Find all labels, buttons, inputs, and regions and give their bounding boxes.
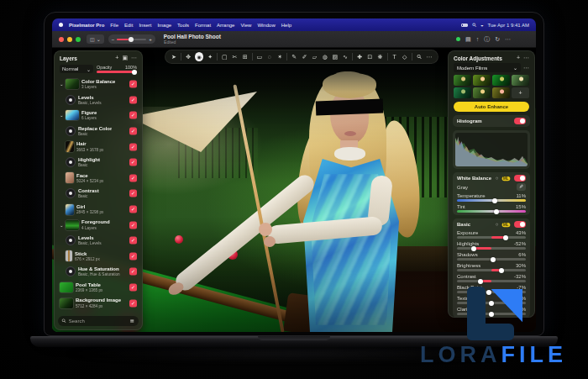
highlights-slider[interactable] (457, 247, 526, 250)
rect-select-tool-icon[interactable]: ▭ (256, 54, 263, 60)
slice-tool-icon[interactable]: ✂ (231, 54, 238, 60)
layer-visibility-checkbox[interactable]: ✓ (129, 299, 137, 307)
color-fill-tool-icon[interactable]: ◍ (322, 54, 328, 60)
tint-slider[interactable] (457, 210, 526, 213)
menu-clock[interactable]: Tue Apr 1 9:41 AM (488, 23, 529, 28)
layer-row-figure[interactable]: ⌄ Figure6 Layers ✓ (58, 108, 139, 124)
shadows-slider[interactable] (457, 258, 526, 261)
preset-thumb[interactable] (473, 87, 491, 98)
crop-tool-icon[interactable]: ▢ (221, 54, 228, 60)
menu-tools[interactable]: Tools (177, 23, 189, 28)
slider-knob[interactable] (492, 198, 497, 203)
pointer-tool-icon[interactable]: ➤ (171, 54, 177, 60)
new-group-button[interactable]: ▣ (122, 55, 128, 61)
chevron-down-icon[interactable]: ⌄ (60, 113, 63, 118)
gallery-button[interactable]: ▤ (465, 36, 471, 43)
blend-mode-select[interactable]: Normal ⌄ (60, 65, 93, 73)
spotlight-search-icon[interactable]: ⚲ (471, 21, 478, 28)
arrange-tool-icon[interactable]: ◉ (195, 52, 203, 61)
sidebar-toggle-button[interactable]: ◫ ⌄ (87, 34, 104, 44)
history-button[interactable]: ↻ (495, 36, 500, 43)
fullscreen-button[interactable] (76, 37, 81, 42)
slider-knob[interactable] (494, 209, 499, 214)
opacity-slider-knob[interactable] (132, 70, 137, 75)
zoom-slider-knob[interactable] (129, 37, 134, 42)
menu-help[interactable]: Help (281, 23, 291, 28)
chevron-down-icon[interactable]: ⌄ (60, 82, 63, 87)
layer-visibility-checkbox[interactable]: ✓ (129, 284, 137, 292)
menu-file[interactable]: File (110, 23, 118, 28)
opacity-slider[interactable] (97, 71, 137, 73)
lasso-select-tool-icon[interactable]: ◌ (266, 54, 273, 60)
menu-app[interactable]: Pixelmator Pro (69, 23, 104, 28)
layer-visibility-checkbox[interactable]: ✓ (129, 112, 137, 119)
more-button[interactable]: ⋯ (505, 36, 511, 43)
layer-row-hair[interactable]: Hair3663 × 1678 px ✓ (58, 139, 139, 155)
basic-toggle[interactable] (514, 221, 526, 228)
options-circle-icon[interactable]: ○ (496, 222, 499, 227)
layer-row-highlight[interactable]: HighlightBasic ✓ (58, 155, 139, 171)
temperature-slider[interactable] (457, 199, 526, 202)
preset-thumb[interactable] (492, 75, 510, 86)
smudge-tool-icon[interactable]: ∿ (342, 54, 349, 60)
info-button[interactable]: ⓘ (484, 35, 490, 44)
more-tools-icon[interactable]: ⋯ (426, 54, 433, 60)
layer-visibility-checkbox[interactable]: ✓ (129, 221, 137, 229)
menu-format[interactable]: Format (195, 23, 211, 28)
zoom-in-icon[interactable]: + (149, 37, 152, 42)
shapes-tool-icon[interactable]: ◇ (402, 54, 408, 60)
slider-knob[interactable] (499, 268, 504, 273)
clone-tool-icon[interactable]: ⊡ (366, 54, 373, 60)
retouch-tool-icon[interactable]: ✚ (356, 54, 363, 60)
slider-knob[interactable] (491, 257, 496, 262)
histogram-toggle[interactable] (514, 118, 526, 124)
white-balance-toggle[interactable] (514, 175, 526, 182)
layer-row-foreground[interactable]: ⌄ Foreground4 Layers ✓ (58, 217, 139, 233)
style-tool-icon[interactable]: ✦ (207, 54, 213, 60)
slider-knob[interactable] (471, 246, 476, 251)
layer-visibility-checkbox[interactable]: ✓ (129, 81, 137, 88)
contrast-slider[interactable] (457, 280, 526, 282)
layers-search-input[interactable] (69, 318, 128, 324)
layer-row-background-image[interactable]: Background Image5712 × 4284 px ✓ (58, 295, 139, 311)
chevron-down-icon[interactable]: ⌄ (60, 223, 63, 228)
minimize-button[interactable] (67, 37, 72, 42)
move-tool-icon[interactable]: ✥ (185, 54, 192, 60)
add-layer-button[interactable]: + (115, 55, 118, 61)
layer-visibility-checkbox[interactable]: ✓ (129, 206, 137, 213)
add-adjustment-button[interactable]: + (517, 55, 520, 61)
control-center-icon[interactable]: ◒ (480, 23, 484, 28)
layer-visibility-checkbox[interactable]: ✓ (129, 143, 137, 150)
layer-visibility-checkbox[interactable]: ✓ (129, 237, 137, 245)
heal-tool-icon[interactable]: ❋ (376, 54, 383, 60)
adjustments-more-button[interactable]: ⋯ (523, 55, 529, 61)
zoom-tool-icon[interactable]: ⚲ (414, 52, 423, 61)
zoom-out-icon[interactable]: − (112, 37, 115, 42)
preset-thumb[interactable] (473, 75, 491, 86)
close-button[interactable] (59, 37, 64, 42)
layer-row-stick[interactable]: Stick676 × 2912 px ✓ (58, 249, 139, 265)
pencil-tool-icon[interactable]: ✐ (301, 54, 307, 60)
add-preset-button[interactable]: + (512, 87, 529, 98)
layer-visibility-checkbox[interactable]: ✓ (129, 174, 137, 182)
layer-row-face[interactable]: Face5024 × 5234 px ✓ (58, 171, 139, 187)
layer-row-color-balance[interactable]: ⌄ Color Balance3 Layers ✓ (58, 76, 139, 92)
magic-wand-tool-icon[interactable]: ✶ (276, 54, 283, 60)
preset-thumb[interactable] (454, 87, 471, 98)
menu-edit[interactable]: Edit (124, 23, 133, 28)
straighten-tool-icon[interactable]: ⊞ (242, 54, 249, 60)
layer-row-levels-1[interactable]: LevelsBasic, Levels ✓ (58, 92, 139, 108)
menu-image[interactable]: Image (157, 23, 171, 28)
layer-visibility-checkbox[interactable]: ✓ (129, 159, 137, 166)
preset-group-select[interactable]: Modern Films ⌄ (454, 63, 521, 72)
preset-thumb[interactable] (512, 75, 529, 86)
zoom-slider[interactable] (117, 39, 146, 40)
layer-row-girl[interactable]: Girl2845 × 3298 px ✓ (58, 202, 139, 218)
layer-visibility-checkbox[interactable]: ✓ (129, 128, 137, 135)
eyedropper-button[interactable]: ✎ (517, 183, 526, 191)
layer-visibility-checkbox[interactable]: ✓ (129, 190, 137, 197)
layer-row-replace-color[interactable]: Replace ColorBasic ✓ (58, 124, 139, 139)
gradient-tool-icon[interactable]: ▨ (332, 54, 339, 60)
preset-thumb[interactable] (454, 75, 471, 86)
auto-enhance-button[interactable]: Auto Enhance (454, 102, 529, 112)
